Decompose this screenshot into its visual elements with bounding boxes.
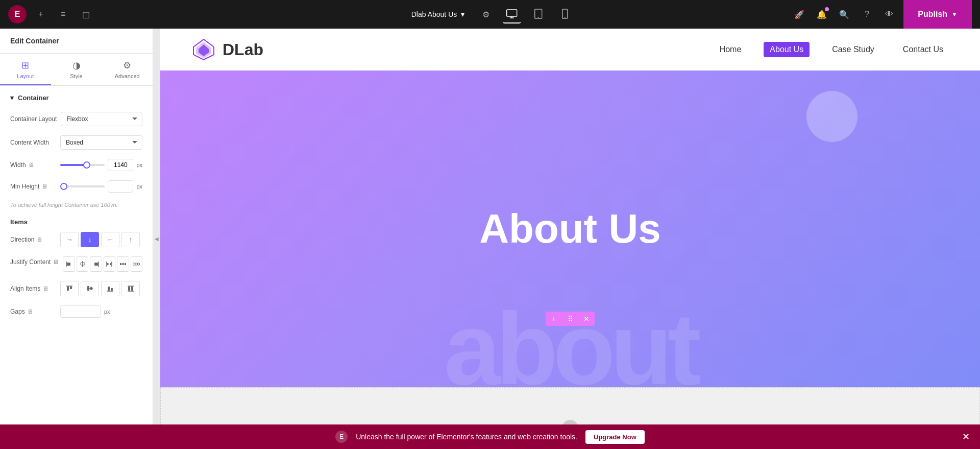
upgrade-now-button[interactable]: Upgrade Now [585, 430, 645, 444]
tab-layout[interactable]: ⊞ Layout [0, 54, 51, 85]
svg-rect-22 [67, 287, 69, 291]
nav-about-us[interactable]: About Us [764, 42, 810, 57]
container-add-button[interactable]: + [546, 312, 562, 326]
publish-label: Publish [918, 10, 947, 19]
device-tablet-button[interactable] [529, 5, 547, 23]
layers-button[interactable]: ◫ [78, 6, 94, 22]
nav-links: Home About Us Case Study Contact Us [714, 42, 949, 57]
svg-rect-6 [67, 263, 70, 266]
justify-space-around-button[interactable] [117, 256, 129, 272]
svg-rect-17 [125, 263, 126, 265]
close-upgrade-bar-button[interactable]: ✕ [962, 431, 970, 442]
publish-button[interactable]: Publish ▼ [903, 0, 972, 29]
gaps-unit[interactable]: px [104, 309, 110, 315]
top-bar-center: Dlab About Us ▾ ⚙ [406, 5, 574, 23]
elementor-logo[interactable]: E [8, 5, 27, 23]
content-width-row: Content Width Boxed [10, 135, 142, 150]
justify-start-button[interactable] [63, 256, 75, 272]
svg-rect-23 [70, 287, 72, 289]
justify-content-label: Justify Content 🖥 [10, 256, 59, 266]
nav-home[interactable]: Home [714, 42, 748, 57]
webpage-preview: DLab Home About Us Case Study Contact Us… [160, 29, 980, 449]
settings-button[interactable]: ⚙ [478, 6, 494, 22]
layout-tab-label: Layout [17, 73, 34, 79]
content-width-select[interactable]: Boxed [60, 135, 142, 150]
container-move-button[interactable]: ⠿ [562, 312, 578, 326]
width-unit[interactable]: px [136, 162, 142, 168]
justify-end-button[interactable] [90, 256, 102, 272]
width-responsive-icon: 🖥 [28, 161, 34, 169]
device-mobile-button[interactable] [555, 5, 574, 23]
panel-header: Edit Container [0, 29, 153, 54]
min-height-unit[interactable]: px [136, 183, 142, 190]
min-height-slider[interactable] [60, 183, 105, 190]
top-bar-right: 🚀 🔔 🔍 ? 👁 Publish ▼ [791, 0, 972, 29]
align-stretch-button[interactable] [121, 281, 140, 296]
tab-style[interactable]: ◑ Style [51, 54, 102, 85]
chevron-down-icon: ▾ [461, 10, 464, 18]
advanced-tab-label: Advanced [115, 73, 140, 79]
nav-contact-us[interactable]: Contact Us [897, 42, 949, 57]
help-button[interactable]: ? [859, 6, 875, 22]
svg-rect-10 [94, 263, 98, 266]
direction-right-button[interactable]: → [60, 232, 79, 247]
justify-center-button[interactable] [77, 256, 88, 272]
svg-rect-16 [122, 263, 124, 265]
layout-tab-icon: ⊞ [21, 60, 29, 71]
hamburger-icon: ≡ [61, 10, 65, 19]
svg-rect-28 [108, 287, 110, 291]
search-button[interactable]: 🔍 [836, 6, 852, 22]
publish-chevron-icon: ▼ [951, 11, 958, 18]
container-section-title[interactable]: ▾ Container [10, 94, 142, 102]
bell-button[interactable]: 🔔 [814, 6, 830, 22]
min-height-input[interactable] [108, 180, 133, 193]
brand-logo-icon [191, 37, 216, 62]
direction-down-button[interactable]: ↓ [81, 232, 99, 247]
top-bar-left: E + ≡ ◫ [8, 5, 94, 23]
align-items-buttons [60, 281, 140, 296]
svg-rect-29 [111, 288, 113, 291]
gaps-label: Gaps 🖥 [10, 308, 56, 315]
align-center-button[interactable] [81, 281, 99, 296]
device-desktop-button[interactable] [502, 5, 521, 23]
close-icon: ✕ [583, 315, 590, 323]
hamburger-button[interactable]: ≡ [55, 6, 71, 22]
plus-icon: + [38, 10, 43, 19]
svg-point-4 [564, 17, 565, 18]
align-start-button[interactable] [60, 281, 79, 296]
container-layout-select[interactable]: Flexbox [61, 112, 142, 126]
rocket-button[interactable]: 🚀 [791, 6, 807, 22]
hero-section: About Us about + ⠿ ✕ [160, 70, 980, 387]
upgrade-btn-label: Upgrade Now [594, 433, 636, 441]
tab-advanced[interactable]: ⚙ Advanced [102, 54, 153, 85]
gaps-input[interactable] [60, 305, 101, 318]
align-end-button[interactable] [101, 281, 119, 296]
top-bar: E + ≡ ◫ Dlab About Us ▾ ⚙ 🚀 🔔 [0, 0, 980, 29]
direction-left-button[interactable]: ← [101, 232, 119, 247]
collapse-handle[interactable]: ◀ [153, 29, 160, 449]
align-items-label: Align Items 🖥 [10, 285, 56, 292]
justify-content-row: Justify Content 🖥 [10, 256, 142, 272]
width-slider[interactable] [60, 162, 105, 168]
container-close-button[interactable]: ✕ [578, 312, 595, 326]
direction-up-button[interactable]: ↑ [121, 232, 140, 247]
page-title-button[interactable]: Dlab About Us ▾ [406, 7, 470, 21]
hero-title: About Us [479, 205, 661, 252]
svg-rect-15 [120, 263, 121, 265]
preview-button[interactable]: 👁 [881, 6, 897, 22]
content-width-control: Boxed [60, 135, 142, 150]
panel-header-text: Edit Container [10, 37, 59, 45]
svg-rect-26 [90, 287, 92, 290]
items-section-label: Items [10, 218, 142, 226]
width-input[interactable]: 1140 [108, 159, 133, 171]
brand-name: DLab [223, 40, 263, 59]
svg-point-2 [537, 17, 538, 18]
justify-space-evenly-button[interactable] [131, 256, 142, 272]
svg-rect-0 [506, 10, 517, 16]
gaps-row: Gaps 🖥 px [10, 305, 142, 318]
svg-rect-13 [107, 263, 109, 265]
justify-space-between-button[interactable] [104, 256, 115, 272]
min-height-row: Min Height 🖥 px [10, 180, 142, 193]
nav-case-study[interactable]: Case Study [826, 42, 880, 57]
add-element-button[interactable]: + [33, 6, 49, 22]
